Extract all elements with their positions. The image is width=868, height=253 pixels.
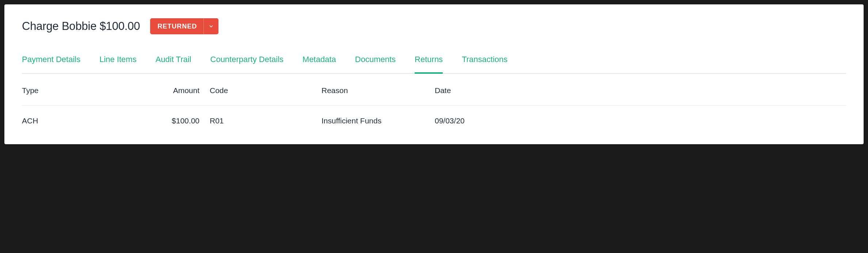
- status-dropdown-button[interactable]: RETURNED: [150, 18, 218, 34]
- table-row: ACH $100.00 R01 Insufficient Funds 09/03…: [22, 106, 846, 127]
- table-header-row: Type Amount Code Reason Date: [22, 74, 846, 106]
- header: Charge Bobbie $100.00 RETURNED: [22, 18, 846, 34]
- col-header-type: Type: [22, 86, 168, 95]
- payment-panel: Charge Bobbie $100.00 RETURNED Payment D…: [4, 4, 864, 144]
- col-header-reason: Reason: [321, 86, 435, 95]
- tab-documents[interactable]: Documents: [355, 55, 396, 73]
- col-header-date: Date: [435, 86, 846, 95]
- cell-reason: Insufficient Funds: [321, 116, 435, 125]
- returns-table: Type Amount Code Reason Date ACH $100.00…: [22, 74, 846, 127]
- tab-returns[interactable]: Returns: [415, 55, 443, 73]
- chevron-down-icon: [204, 18, 218, 34]
- cell-type: ACH: [22, 116, 168, 125]
- status-label: RETURNED: [150, 18, 204, 34]
- tab-metadata[interactable]: Metadata: [302, 55, 336, 73]
- cell-code: R01: [208, 116, 321, 125]
- tab-bar: Payment Details Line Items Audit Trail C…: [22, 55, 846, 74]
- tab-payment-details[interactable]: Payment Details: [22, 55, 80, 73]
- tab-counterparty-details[interactable]: Counterparty Details: [210, 55, 284, 73]
- cell-amount: $100.00: [168, 116, 208, 125]
- tab-line-items[interactable]: Line Items: [99, 55, 137, 73]
- col-header-code: Code: [208, 86, 321, 95]
- tab-audit-trail[interactable]: Audit Trail: [156, 55, 191, 73]
- tab-transactions[interactable]: Transactions: [462, 55, 507, 73]
- cell-date: 09/03/20: [435, 116, 846, 125]
- page-title: Charge Bobbie $100.00: [22, 20, 140, 33]
- col-header-amount: Amount: [168, 86, 208, 95]
